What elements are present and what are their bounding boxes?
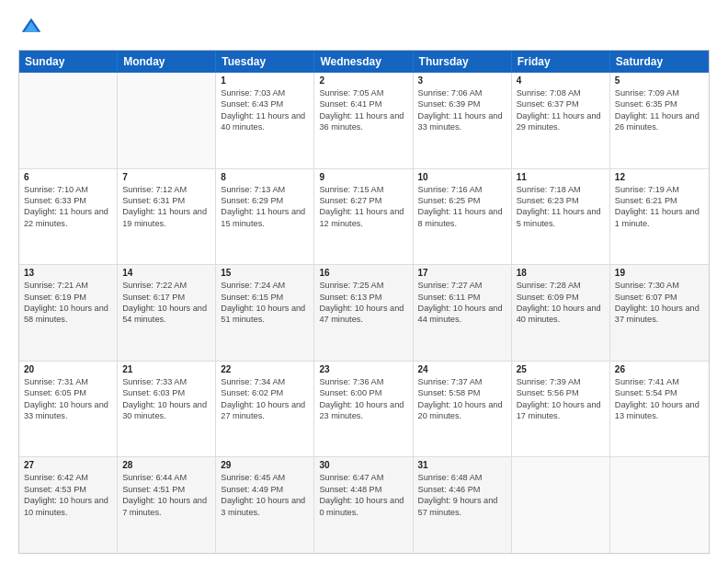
calendar-cell: 2Sunrise: 7:05 AM Sunset: 6:41 PM Daylig… (314, 73, 413, 168)
day-info: Sunrise: 7:36 AM Sunset: 6:00 PM Dayligh… (319, 376, 407, 422)
day-number: 13 (24, 268, 112, 278)
day-info: Sunrise: 7:25 AM Sunset: 6:13 PM Dayligh… (319, 280, 407, 326)
calendar-cell: 25Sunrise: 7:39 AM Sunset: 5:56 PM Dayli… (512, 362, 610, 457)
calendar-cell: 13Sunrise: 7:21 AM Sunset: 6:19 PM Dayli… (19, 265, 118, 361)
calendar-cell: 7Sunrise: 7:12 AM Sunset: 6:31 PM Daylig… (118, 169, 216, 265)
day-info: Sunrise: 7:15 AM Sunset: 6:27 PM Dayligh… (319, 184, 407, 230)
day-number: 8 (221, 172, 309, 182)
day-info: Sunrise: 7:08 AM Sunset: 6:37 PM Dayligh… (517, 87, 605, 133)
calendar-cell: 26Sunrise: 7:41 AM Sunset: 5:54 PM Dayli… (610, 362, 709, 457)
day-info: Sunrise: 6:42 AM Sunset: 4:53 PM Dayligh… (24, 472, 112, 518)
header-day-saturday: Saturday (610, 51, 709, 73)
calendar-cell: 28Sunrise: 6:44 AM Sunset: 4:51 PM Dayli… (118, 457, 216, 553)
header-day-wednesday: Wednesday (314, 51, 413, 73)
day-number: 21 (122, 364, 210, 374)
day-info: Sunrise: 6:48 AM Sunset: 4:46 PM Dayligh… (418, 472, 506, 518)
calendar-cell: 22Sunrise: 7:34 AM Sunset: 6:02 PM Dayli… (216, 362, 314, 457)
day-info: Sunrise: 7:13 AM Sunset: 6:29 PM Dayligh… (221, 184, 309, 230)
header-day-sunday: Sunday (19, 51, 118, 73)
calendar-cell: 14Sunrise: 7:22 AM Sunset: 6:17 PM Dayli… (118, 265, 216, 361)
calendar-week-1: 1Sunrise: 7:03 AM Sunset: 6:43 PM Daylig… (19, 73, 709, 169)
calendar-cell: 12Sunrise: 7:19 AM Sunset: 6:21 PM Dayli… (610, 169, 709, 265)
day-info: Sunrise: 7:03 AM Sunset: 6:43 PM Dayligh… (221, 87, 309, 133)
day-number: 31 (418, 460, 506, 470)
calendar-cell: 9Sunrise: 7:15 AM Sunset: 6:27 PM Daylig… (314, 169, 413, 265)
day-info: Sunrise: 7:19 AM Sunset: 6:21 PM Dayligh… (615, 184, 704, 230)
day-number: 5 (615, 75, 704, 86)
calendar-week-3: 13Sunrise: 7:21 AM Sunset: 6:19 PM Dayli… (19, 265, 709, 362)
calendar-header: SundayMondayTuesdayWednesdayThursdayFrid… (19, 51, 709, 73)
calendar-week-2: 6Sunrise: 7:10 AM Sunset: 6:33 PM Daylig… (19, 169, 709, 266)
day-info: Sunrise: 7:39 AM Sunset: 5:56 PM Dayligh… (517, 376, 605, 422)
day-info: Sunrise: 7:24 AM Sunset: 6:15 PM Dayligh… (221, 280, 309, 326)
day-number: 29 (221, 460, 309, 470)
calendar-cell: 24Sunrise: 7:37 AM Sunset: 5:58 PM Dayli… (414, 362, 512, 457)
day-number: 11 (517, 172, 605, 182)
calendar-cell: 17Sunrise: 7:27 AM Sunset: 6:11 PM Dayli… (414, 265, 512, 361)
day-info: Sunrise: 7:27 AM Sunset: 6:11 PM Dayligh… (418, 280, 506, 326)
day-info: Sunrise: 7:30 AM Sunset: 6:07 PM Dayligh… (615, 280, 704, 326)
calendar-cell: 3Sunrise: 7:06 AM Sunset: 6:39 PM Daylig… (414, 73, 512, 168)
day-info: Sunrise: 7:34 AM Sunset: 6:02 PM Dayligh… (221, 376, 309, 422)
day-info: Sunrise: 7:06 AM Sunset: 6:39 PM Dayligh… (418, 87, 506, 133)
day-number: 15 (221, 268, 309, 278)
day-number: 16 (319, 268, 407, 278)
header-day-tuesday: Tuesday (216, 51, 314, 73)
day-number: 6 (24, 172, 112, 182)
calendar-cell (512, 457, 610, 553)
calendar-cell: 21Sunrise: 7:33 AM Sunset: 6:03 PM Dayli… (118, 362, 216, 457)
calendar-cell: 5Sunrise: 7:09 AM Sunset: 6:35 PM Daylig… (610, 73, 709, 168)
day-number: 2 (319, 75, 407, 86)
calendar-cell: 27Sunrise: 6:42 AM Sunset: 4:53 PM Dayli… (19, 457, 118, 553)
header-day-thursday: Thursday (414, 51, 512, 73)
calendar-cell: 31Sunrise: 6:48 AM Sunset: 4:46 PM Dayli… (414, 457, 512, 553)
header-day-monday: Monday (118, 51, 216, 73)
calendar-cell: 8Sunrise: 7:13 AM Sunset: 6:29 PM Daylig… (216, 169, 314, 265)
day-number: 27 (24, 460, 112, 470)
day-number: 19 (615, 268, 704, 278)
day-number: 20 (24, 364, 112, 374)
day-info: Sunrise: 6:47 AM Sunset: 4:48 PM Dayligh… (319, 472, 407, 518)
day-info: Sunrise: 7:10 AM Sunset: 6:33 PM Dayligh… (24, 184, 112, 230)
page: SundayMondayTuesdayWednesdayThursdayFrid… (0, 0, 728, 563)
day-info: Sunrise: 7:16 AM Sunset: 6:25 PM Dayligh… (418, 184, 506, 230)
calendar-cell: 23Sunrise: 7:36 AM Sunset: 6:00 PM Dayli… (314, 362, 413, 457)
calendar-cell: 18Sunrise: 7:28 AM Sunset: 6:09 PM Dayli… (512, 265, 610, 361)
calendar-cell (19, 73, 118, 168)
calendar-cell (610, 457, 709, 553)
header-day-friday: Friday (512, 51, 610, 73)
calendar-body: 1Sunrise: 7:03 AM Sunset: 6:43 PM Daylig… (19, 73, 709, 553)
calendar-cell: 30Sunrise: 6:47 AM Sunset: 4:48 PM Dayli… (314, 457, 413, 553)
day-info: Sunrise: 7:41 AM Sunset: 5:54 PM Dayligh… (615, 376, 704, 422)
day-number: 22 (221, 364, 309, 374)
day-info: Sunrise: 7:31 AM Sunset: 6:05 PM Dayligh… (24, 376, 112, 422)
day-info: Sunrise: 7:33 AM Sunset: 6:03 PM Dayligh… (122, 376, 210, 422)
calendar-cell: 11Sunrise: 7:18 AM Sunset: 6:23 PM Dayli… (512, 169, 610, 265)
day-number: 26 (615, 364, 704, 374)
day-number: 28 (122, 460, 210, 470)
calendar-cell: 6Sunrise: 7:10 AM Sunset: 6:33 PM Daylig… (19, 169, 118, 265)
day-info: Sunrise: 7:37 AM Sunset: 5:58 PM Dayligh… (418, 376, 506, 422)
day-info: Sunrise: 7:18 AM Sunset: 6:23 PM Dayligh… (517, 184, 605, 230)
day-number: 9 (319, 172, 407, 182)
calendar-cell: 1Sunrise: 7:03 AM Sunset: 6:43 PM Daylig… (216, 73, 314, 168)
logo-icon (18, 15, 44, 40)
day-number: 18 (517, 268, 605, 278)
day-number: 12 (615, 172, 704, 182)
day-number: 30 (319, 460, 407, 470)
day-number: 24 (418, 364, 506, 374)
day-info: Sunrise: 7:12 AM Sunset: 6:31 PM Dayligh… (122, 184, 210, 230)
day-info: Sunrise: 7:05 AM Sunset: 6:41 PM Dayligh… (319, 87, 407, 133)
day-number: 23 (319, 364, 407, 374)
calendar-cell: 10Sunrise: 7:16 AM Sunset: 6:25 PM Dayli… (414, 169, 512, 265)
day-number: 25 (517, 364, 605, 374)
calendar-cell: 20Sunrise: 7:31 AM Sunset: 6:05 PM Dayli… (19, 362, 118, 457)
day-number: 10 (418, 172, 506, 182)
day-number: 3 (418, 75, 506, 86)
day-info: Sunrise: 6:44 AM Sunset: 4:51 PM Dayligh… (122, 472, 210, 518)
calendar-cell: 4Sunrise: 7:08 AM Sunset: 6:37 PM Daylig… (512, 73, 610, 168)
calendar-week-4: 20Sunrise: 7:31 AM Sunset: 6:05 PM Dayli… (19, 362, 709, 458)
day-info: Sunrise: 7:09 AM Sunset: 6:35 PM Dayligh… (615, 87, 704, 133)
day-number: 17 (418, 268, 506, 278)
day-number: 1 (221, 75, 309, 86)
